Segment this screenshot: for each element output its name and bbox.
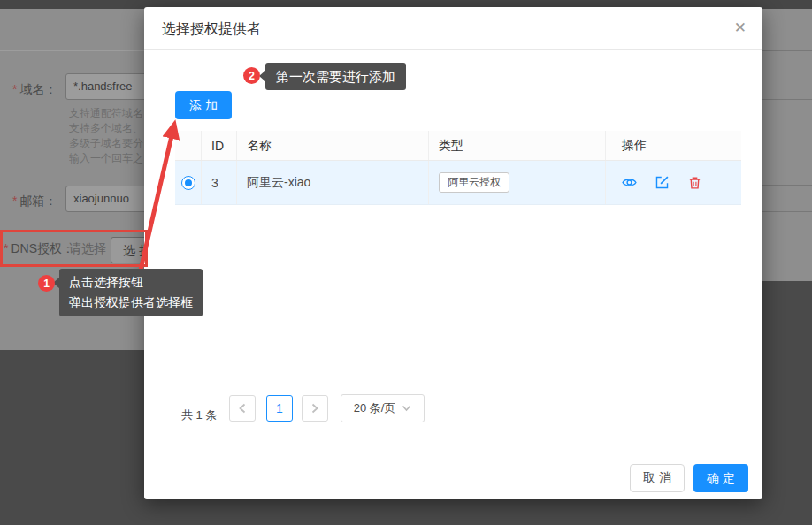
view-icon[interactable] xyxy=(622,175,637,190)
edit-icon[interactable] xyxy=(655,175,670,190)
background-right-strip xyxy=(762,9,812,281)
type-column-header: 类型 xyxy=(429,131,606,160)
step-2-tooltip: 第一次需要进行添加 xyxy=(265,63,406,90)
next-page-button[interactable] xyxy=(302,395,328,422)
provider-table: ID 名称 类型 操作 3 阿里云-xiao 阿里云授权 xyxy=(175,131,741,205)
dialog-title: 选择授权提供者 xyxy=(162,20,261,39)
radio-column-header xyxy=(175,131,202,160)
page-number-button[interactable]: 1 xyxy=(266,395,293,422)
row-id: 3 xyxy=(202,161,237,204)
step-2-badge: 2 xyxy=(243,67,260,84)
add-button[interactable]: 添 加 xyxy=(175,91,232,119)
chevron-right-icon xyxy=(310,403,319,414)
pagination-total: 共 1 条 xyxy=(181,402,217,429)
chevron-left-icon xyxy=(238,403,247,414)
row-type-tag: 阿里云授权 xyxy=(439,172,509,193)
table-row[interactable]: 3 阿里云-xiao 阿里云授权 xyxy=(175,161,741,205)
close-icon[interactable]: ✕ xyxy=(734,19,747,37)
table-header-row: ID 名称 类型 操作 xyxy=(175,131,741,161)
page-size-value: 20 条/页 xyxy=(354,400,396,416)
delete-icon[interactable] xyxy=(687,175,702,190)
cancel-button[interactable]: 取 消 xyxy=(630,464,685,492)
step-1-badge: 1 xyxy=(38,275,55,292)
confirm-button[interactable]: 确 定 xyxy=(693,464,748,492)
row-radio-selected[interactable] xyxy=(181,176,195,190)
chevron-down-icon xyxy=(402,405,411,412)
domain-field-label: *域名： xyxy=(12,82,57,98)
step-1-tooltip: 点击选择按钮 弹出授权提供者选择框 xyxy=(59,269,203,316)
screen: *域名： *.handsfree 支持通配符域名 支持多个域名、 多级子域名要分… xyxy=(0,0,812,525)
email-field-label: *邮箱： xyxy=(12,194,57,209)
prev-page-button[interactable] xyxy=(229,395,256,422)
operation-column-header: 操作 xyxy=(606,131,741,160)
row-name: 阿里云-xiao xyxy=(237,161,429,204)
select-provider-dialog: 选择授权提供者 ✕ 添 加 ID 名称 类型 操作 3 阿里云-xiao xyxy=(144,7,762,499)
dialog-footer: 取 消 确 定 xyxy=(144,453,762,499)
dialog-header: 选择授权提供者 ✕ xyxy=(144,7,762,50)
name-column-header: 名称 xyxy=(237,131,429,160)
page-size-select[interactable]: 20 条/页 xyxy=(341,394,425,422)
id-column-header: ID xyxy=(202,131,237,160)
dns-row-highlight-box xyxy=(0,230,148,267)
